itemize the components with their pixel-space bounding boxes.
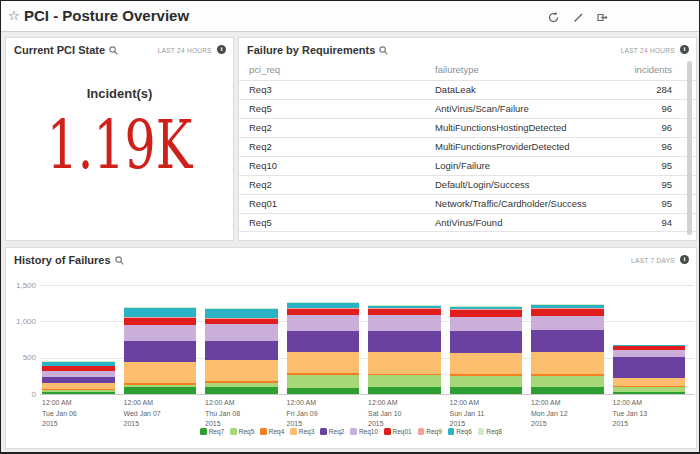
bar-segment-Req2[interactable] <box>287 331 360 352</box>
legend-swatch <box>418 428 425 435</box>
stacked-bar[interactable] <box>205 308 278 394</box>
bar-segment-Req7[interactable] <box>613 392 686 393</box>
legend-swatch <box>448 428 455 435</box>
stacked-bar[interactable] <box>531 304 604 394</box>
bar-segment-Req3[interactable] <box>124 362 197 384</box>
table-cell: Req3 <box>239 81 435 99</box>
column-header: pci_req <box>239 60 435 80</box>
bar-segment-Req10[interactable] <box>368 315 441 330</box>
bar-segment-Req7[interactable] <box>450 387 523 394</box>
table-row[interactable]: Req01Network/Traffic/Cardholder/Success9… <box>239 194 696 213</box>
info-icon[interactable]: i <box>680 45 689 54</box>
bar-segment-Req5[interactable] <box>450 376 523 387</box>
legend-swatch <box>230 428 237 435</box>
bar-segment-Req6[interactable] <box>124 308 197 317</box>
legend-item-Req7[interactable]: Req7 <box>200 428 224 435</box>
table-row[interactable]: Req2MultiFunctionsProviderDetected96 <box>239 137 696 156</box>
legend-label: Req7 <box>209 428 225 435</box>
y-axis-label: 500 <box>6 353 36 362</box>
bar-segment-Req10[interactable] <box>205 324 278 341</box>
app-header: ☆ PCI - Posture Overview <box>1 1 699 32</box>
stacked-bar[interactable] <box>450 306 523 394</box>
bar-segment-Req2[interactable] <box>450 331 523 352</box>
legend-item-Req4[interactable]: Req4 <box>260 428 284 435</box>
table-cell: MultiFunctionsHostingDetected <box>435 119 626 137</box>
legend-item-Req6[interactable]: Req6 <box>448 428 472 435</box>
legend-item-Req01[interactable]: Req01 <box>384 428 412 435</box>
legend-item-Req5[interactable]: Req5 <box>230 428 254 435</box>
info-icon[interactable]: i <box>217 45 226 54</box>
y-axis-label: 1,500 <box>6 281 36 290</box>
failure-table: pci_reqfailuretypeincidentsReq3DataLeak2… <box>239 60 696 232</box>
x-axis-label: 12:00 AMThu Jan 082015 <box>205 398 240 430</box>
legend-label: Req3 <box>299 428 315 435</box>
scrollbar-thumb[interactable] <box>687 61 692 235</box>
bar-segment-Req10[interactable] <box>531 316 604 331</box>
time-range-label: LAST 24 HOURS <box>158 47 212 54</box>
legend-item-Req9[interactable]: Req9 <box>418 428 442 435</box>
column-header: incidents <box>626 60 696 80</box>
table-row[interactable]: Req5AntiVirus/Found94 <box>239 213 696 232</box>
stacked-bar[interactable] <box>42 361 115 394</box>
bar-segment-Req2[interactable] <box>613 357 686 378</box>
table-row[interactable]: Req2MultiFunctionsHostingDetected96 <box>239 118 696 137</box>
table-cell: Default/Login/Success <box>435 176 626 194</box>
bar-segment-Req3[interactable] <box>205 360 278 381</box>
table-header-row: pci_reqfailuretypeincidents <box>239 60 696 80</box>
edit-pencil-icon[interactable] <box>572 10 585 23</box>
bar-segment-Req01[interactable] <box>124 318 197 325</box>
bar-segment-Req2[interactable] <box>205 341 278 361</box>
stacked-bar-chart: 05001,0001,50012:00 AMTue Jan 06201512:0… <box>6 248 696 448</box>
table-row[interactable]: Req3DataLeak284 <box>239 80 696 99</box>
legend-item-Req8[interactable]: Req8 <box>478 428 502 435</box>
export-icon[interactable] <box>596 10 609 23</box>
y-axis-label: 0 <box>6 390 36 399</box>
bar-segment-Req3[interactable] <box>613 378 686 386</box>
bar-segment-Req3[interactable] <box>368 352 441 374</box>
table-row[interactable]: Req5AntiVirus/Scan/Failure96 <box>239 99 696 118</box>
stacked-bar[interactable] <box>368 305 441 394</box>
bar-segment-Req3[interactable] <box>450 353 523 374</box>
table-row[interactable]: Req2Default/Login/Success95 <box>239 175 696 194</box>
bar-segment-Req2[interactable] <box>368 331 441 352</box>
bar-segment-Req5[interactable] <box>531 376 604 387</box>
stacked-bar[interactable] <box>124 307 197 394</box>
bar-segment-Req3[interactable] <box>531 352 604 374</box>
table-scrollbar[interactable] <box>687 61 692 235</box>
legend-swatch <box>350 428 357 435</box>
bar-segment-Req7[interactable] <box>531 387 604 394</box>
bar-segment-Req7[interactable] <box>205 387 278 394</box>
bar-segment-Req6[interactable] <box>205 309 278 318</box>
legend-swatch <box>200 428 207 435</box>
panel-history-of-failures: History of Failures LAST 7 DAYS i 05001,… <box>5 247 697 449</box>
bar-segment-Req7[interactable] <box>287 388 360 394</box>
legend-label: Req8 <box>486 428 502 435</box>
bar-segment-Req2[interactable] <box>531 330 604 352</box>
favorite-star-icon[interactable]: ☆ <box>8 9 20 23</box>
stacked-bar[interactable] <box>613 345 686 394</box>
bar-segment-Req5[interactable] <box>287 375 360 388</box>
legend-label: Req5 <box>239 428 255 435</box>
refresh-icon[interactable] <box>547 10 560 23</box>
bar-segment-Req7[interactable] <box>42 392 115 394</box>
legend-item-Req3[interactable]: Req3 <box>290 428 314 435</box>
table-cell: 95 <box>626 176 696 194</box>
bar-segment-Req2[interactable] <box>124 341 197 362</box>
bar-segment-Req10[interactable] <box>287 315 360 331</box>
gridline <box>40 394 694 395</box>
bar-segment-Req10[interactable] <box>124 325 197 341</box>
legend-item-Req2[interactable]: Req2 <box>320 428 344 435</box>
bar-segment-Req7[interactable] <box>368 387 441 394</box>
bar-segment-Req5[interactable] <box>368 375 441 387</box>
bar-segment-Req10[interactable] <box>450 317 523 332</box>
table-cell: Req01 <box>239 195 435 213</box>
search-icon[interactable] <box>379 45 388 57</box>
bar-segment-Req7[interactable] <box>124 387 197 394</box>
table-row[interactable]: Req10Login/Failure95 <box>239 156 696 175</box>
bar-segment-Req01[interactable] <box>450 310 523 317</box>
stacked-bar[interactable] <box>287 302 360 394</box>
bar-segment-Req3[interactable] <box>287 352 360 373</box>
legend-item-Req10[interactable]: Req10 <box>350 428 378 435</box>
search-icon[interactable] <box>109 45 118 57</box>
single-value: 1.19K <box>38 105 201 184</box>
